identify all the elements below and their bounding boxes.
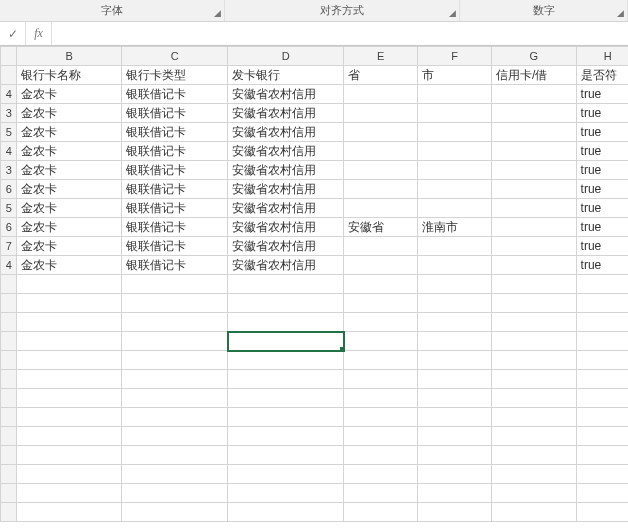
cell[interactable]	[344, 256, 418, 275]
row-header[interactable]	[1, 465, 17, 484]
cell[interactable]	[122, 484, 228, 503]
cell[interactable]: 银联借记卡	[122, 85, 228, 104]
cell[interactable]	[492, 503, 576, 522]
cell[interactable]: 金农卡	[16, 123, 122, 142]
row-header[interactable]: 3	[1, 161, 17, 180]
cell[interactable]	[16, 408, 122, 427]
cell[interactable]	[122, 465, 228, 484]
cell[interactable]	[16, 427, 122, 446]
cell[interactable]	[228, 351, 344, 370]
cell[interactable]	[418, 199, 492, 218]
row-header[interactable]	[1, 351, 17, 370]
insert-function-button[interactable]: fx	[26, 22, 52, 45]
cell[interactable]	[16, 332, 122, 351]
cell[interactable]	[418, 351, 492, 370]
cell[interactable]	[228, 408, 344, 427]
spreadsheet-grid[interactable]: BCDEFGH银行卡名称银行卡类型发卡银行省市信用卡/借是否符4金农卡银联借记卡…	[0, 46, 628, 528]
cell[interactable]	[228, 294, 344, 313]
cell[interactable]: 银联借记卡	[122, 199, 228, 218]
cell[interactable]	[228, 389, 344, 408]
cell[interactable]	[576, 408, 628, 427]
cell[interactable]	[492, 123, 576, 142]
cell[interactable]: 银联借记卡	[122, 237, 228, 256]
cell[interactable]: 市	[418, 66, 492, 85]
cell[interactable]: 安徽省农村信用	[228, 199, 344, 218]
cell[interactable]	[16, 503, 122, 522]
cell[interactable]: 安徽省农村信用	[228, 218, 344, 237]
cell[interactable]	[16, 370, 122, 389]
cell[interactable]	[492, 237, 576, 256]
cell[interactable]	[344, 446, 418, 465]
cell[interactable]	[418, 237, 492, 256]
cell[interactable]: 金农卡	[16, 161, 122, 180]
cell[interactable]: true	[576, 180, 628, 199]
cell[interactable]: 安徽省农村信用	[228, 104, 344, 123]
cell[interactable]	[492, 465, 576, 484]
cell[interactable]: 金农卡	[16, 199, 122, 218]
cell[interactable]	[418, 332, 492, 351]
cell[interactable]	[418, 446, 492, 465]
cell[interactable]	[418, 161, 492, 180]
cell[interactable]: 安徽省	[344, 218, 418, 237]
cell[interactable]	[418, 427, 492, 446]
cell[interactable]: 安徽省农村信用	[228, 161, 344, 180]
cell[interactable]	[344, 427, 418, 446]
row-header[interactable]: 6	[1, 218, 17, 237]
cell[interactable]: 银联借记卡	[122, 161, 228, 180]
row-header[interactable]: 4	[1, 85, 17, 104]
cell[interactable]: 银联借记卡	[122, 142, 228, 161]
cell[interactable]: true	[576, 85, 628, 104]
formula-accept-button[interactable]: ✓	[0, 22, 26, 45]
cell[interactable]: 银联借记卡	[122, 180, 228, 199]
cell[interactable]	[492, 85, 576, 104]
cell[interactable]	[576, 484, 628, 503]
cell[interactable]	[576, 503, 628, 522]
cell[interactable]	[492, 161, 576, 180]
cell[interactable]	[492, 351, 576, 370]
cell[interactable]	[122, 503, 228, 522]
cell[interactable]	[576, 313, 628, 332]
cell[interactable]	[122, 332, 228, 351]
cell[interactable]: 银联借记卡	[122, 256, 228, 275]
cell[interactable]	[344, 294, 418, 313]
cell[interactable]	[344, 465, 418, 484]
cell[interactable]	[418, 465, 492, 484]
cell[interactable]: 安徽省农村信用	[228, 180, 344, 199]
cell[interactable]	[228, 484, 344, 503]
column-header[interactable]: G	[492, 47, 576, 66]
cell[interactable]	[418, 294, 492, 313]
column-header[interactable]: D	[228, 47, 344, 66]
cell[interactable]	[122, 294, 228, 313]
cell[interactable]	[228, 313, 344, 332]
row-header[interactable]	[1, 275, 17, 294]
cell[interactable]: 安徽省农村信用	[228, 123, 344, 142]
cell[interactable]	[418, 180, 492, 199]
cell[interactable]	[492, 370, 576, 389]
row-header[interactable]	[1, 332, 17, 351]
cell[interactable]	[418, 484, 492, 503]
cell[interactable]	[122, 408, 228, 427]
row-header[interactable]: 6	[1, 180, 17, 199]
cell[interactable]	[576, 370, 628, 389]
select-all-corner[interactable]	[1, 47, 17, 66]
cell[interactable]	[576, 275, 628, 294]
cell[interactable]	[16, 484, 122, 503]
cell[interactable]	[492, 389, 576, 408]
cell[interactable]	[344, 313, 418, 332]
cell[interactable]	[492, 313, 576, 332]
cell[interactable]	[344, 332, 418, 351]
cell[interactable]	[16, 313, 122, 332]
cell[interactable]	[344, 389, 418, 408]
cell[interactable]: 发卡银行	[228, 66, 344, 85]
cell[interactable]	[122, 370, 228, 389]
cell[interactable]	[492, 275, 576, 294]
cell[interactable]: true	[576, 199, 628, 218]
cell[interactable]	[492, 256, 576, 275]
cell[interactable]	[122, 275, 228, 294]
cell[interactable]: 金农卡	[16, 104, 122, 123]
cell[interactable]	[228, 370, 344, 389]
cell[interactable]: 安徽省农村信用	[228, 256, 344, 275]
cell[interactable]	[344, 104, 418, 123]
formula-input[interactable]	[52, 22, 628, 45]
cell[interactable]: true	[576, 237, 628, 256]
